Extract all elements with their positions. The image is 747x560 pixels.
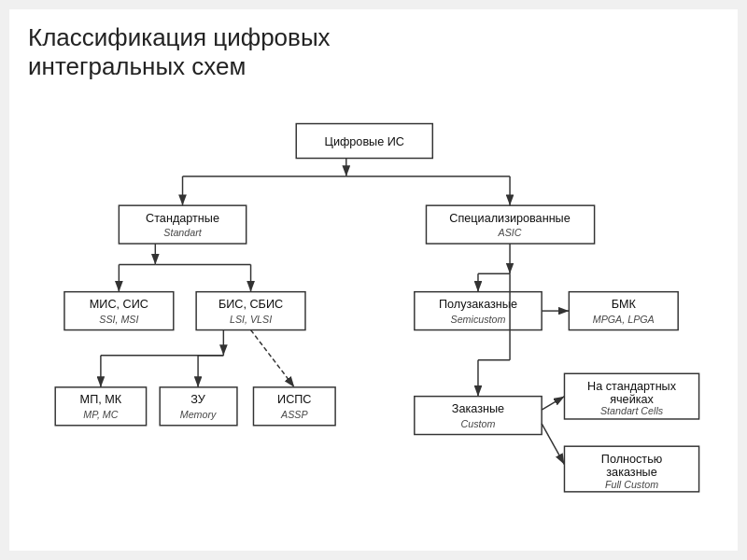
sublabel-full-custom: Full Custom — [605, 479, 658, 490]
page: Классификация цифровых интегральных схем… — [0, 0, 747, 560]
sublabel-mp-mk: MP, MC — [83, 409, 119, 420]
inner-content: Классификация цифровых интегральных схем… — [9, 9, 738, 551]
label-bmk: БМК — [612, 299, 637, 312]
label-bis-sbis: БИС, СБИС — [218, 299, 283, 312]
sublabel-bis-sbis: LSI, VLSI — [230, 314, 272, 325]
sublabel-isps: ASSP — [280, 409, 308, 420]
sublabel-poluzak: Semicustom — [451, 314, 506, 325]
label-isps: ИСПС — [277, 394, 311, 407]
label-full-custom: Полностью — [601, 453, 662, 466]
label-digital-ic: Цифровые ИС — [325, 135, 404, 148]
label-asic: Специализированные — [449, 212, 570, 225]
sublabel-standart: Standart — [163, 228, 202, 239]
page-title: Классификация цифровых интегральных схем — [28, 23, 719, 81]
sublabel-zakazn: Custom — [461, 418, 496, 429]
line-to-fullcustom — [542, 424, 564, 465]
label-full-custom2: заказные — [606, 467, 656, 480]
label-standart: Стандартные — [146, 212, 219, 225]
label-poluzak: Полузаказные — [439, 299, 517, 312]
sublabel-mis-sis: SSI, MSI — [99, 314, 138, 325]
sublabel-standart-cells: Standart Cells — [600, 405, 664, 416]
line-to-standcells — [542, 397, 564, 411]
label-mis-sis: МИС, СИС — [90, 299, 148, 312]
sublabel-asic: ASIC — [498, 228, 522, 239]
label-standart-cells: На стандартных — [587, 380, 677, 393]
label-zakazn: Заказные — [452, 403, 504, 416]
diagram: Цифровые ИС Стандартные Standart Специал… — [28, 100, 719, 529]
label-mp-mk: МП, МК — [80, 394, 122, 407]
sublabel-bmk: MPGA, LPGA — [593, 314, 655, 325]
sublabel-zu: Memory — [180, 409, 217, 420]
line-to-isps — [251, 330, 295, 387]
label-zu: ЗУ — [190, 394, 205, 407]
